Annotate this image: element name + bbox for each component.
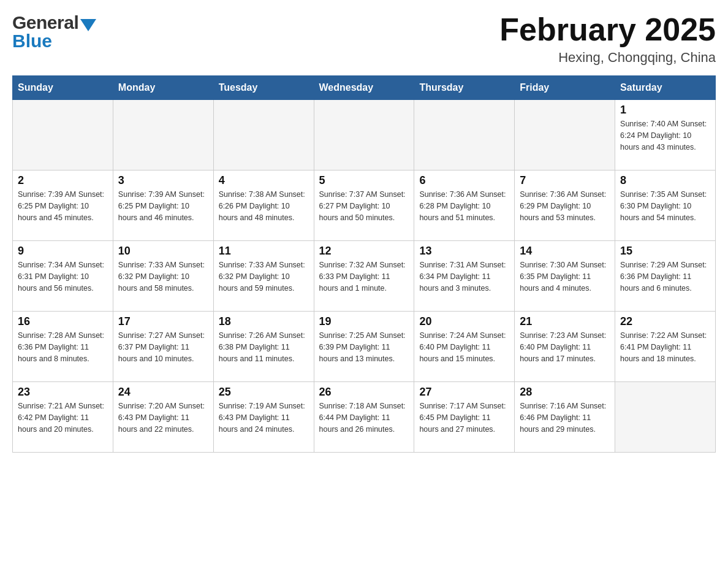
calendar-cell: 19Sunrise: 7:25 AM Sunset: 6:39 PM Dayli… (314, 312, 414, 382)
day-info: Sunrise: 7:36 AM Sunset: 6:29 PM Dayligh… (520, 189, 610, 223)
day-number: 20 (419, 315, 509, 328)
day-info: Sunrise: 7:25 AM Sunset: 6:39 PM Dayligh… (319, 330, 409, 364)
calendar-cell (213, 100, 314, 170)
day-info: Sunrise: 7:35 AM Sunset: 6:30 PM Dayligh… (620, 189, 710, 223)
day-number: 8 (620, 174, 710, 187)
logo-arrow-icon (80, 19, 96, 31)
calendar-cell: 9Sunrise: 7:34 AM Sunset: 6:31 PM Daylig… (13, 241, 113, 312)
logo: General Blue (12, 12, 96, 52)
day-number: 22 (620, 315, 710, 328)
day-info: Sunrise: 7:21 AM Sunset: 6:42 PM Dayligh… (18, 400, 108, 435)
day-number: 10 (118, 245, 208, 258)
day-number: 2 (18, 174, 108, 187)
calendar-cell: 26Sunrise: 7:18 AM Sunset: 6:44 PM Dayli… (314, 382, 414, 453)
calendar-header-monday: Monday (113, 76, 213, 100)
day-number: 3 (118, 174, 208, 187)
calendar-cell: 1Sunrise: 7:40 AM Sunset: 6:24 PM Daylig… (615, 100, 716, 170)
calendar-cell: 4Sunrise: 7:38 AM Sunset: 6:26 PM Daylig… (213, 170, 314, 241)
day-info: Sunrise: 7:39 AM Sunset: 6:25 PM Dayligh… (118, 189, 208, 223)
calendar-cell: 21Sunrise: 7:23 AM Sunset: 6:40 PM Dayli… (515, 312, 615, 382)
calendar-header-sunday: Sunday (13, 76, 113, 100)
title-section: February 2025 Hexing, Chongqing, China (499, 12, 716, 66)
calendar-cell: 17Sunrise: 7:27 AM Sunset: 6:37 PM Dayli… (113, 312, 213, 382)
day-number: 12 (319, 245, 409, 258)
calendar-cell: 8Sunrise: 7:35 AM Sunset: 6:30 PM Daylig… (615, 170, 716, 241)
calendar-cell: 3Sunrise: 7:39 AM Sunset: 6:25 PM Daylig… (113, 170, 213, 241)
day-number: 16 (18, 315, 108, 328)
calendar-cell: 24Sunrise: 7:20 AM Sunset: 6:43 PM Dayli… (113, 382, 213, 453)
day-number: 5 (319, 174, 409, 187)
calendar-cell (13, 100, 113, 170)
day-number: 21 (520, 315, 610, 328)
calendar-title: February 2025 (499, 12, 716, 47)
calendar-header-tuesday: Tuesday (213, 76, 314, 100)
logo-blue-text: Blue (12, 31, 96, 52)
day-number: 1 (620, 104, 710, 117)
day-info: Sunrise: 7:16 AM Sunset: 6:46 PM Dayligh… (520, 400, 610, 435)
day-info: Sunrise: 7:30 AM Sunset: 6:35 PM Dayligh… (520, 259, 610, 294)
day-number: 14 (520, 245, 610, 258)
day-number: 23 (18, 386, 108, 399)
calendar-cell (515, 100, 615, 170)
day-number: 7 (520, 174, 610, 187)
day-number: 28 (520, 386, 610, 399)
calendar-week-row: 23Sunrise: 7:21 AM Sunset: 6:42 PM Dayli… (13, 382, 716, 453)
calendar-cell: 16Sunrise: 7:28 AM Sunset: 6:36 PM Dayli… (13, 312, 113, 382)
day-info: Sunrise: 7:36 AM Sunset: 6:28 PM Dayligh… (419, 189, 509, 223)
day-info: Sunrise: 7:18 AM Sunset: 6:44 PM Dayligh… (319, 400, 409, 435)
day-info: Sunrise: 7:32 AM Sunset: 6:33 PM Dayligh… (319, 259, 409, 294)
day-number: 17 (118, 315, 208, 328)
day-number: 13 (419, 245, 509, 258)
calendar-cell: 20Sunrise: 7:24 AM Sunset: 6:40 PM Dayli… (414, 312, 515, 382)
day-info: Sunrise: 7:34 AM Sunset: 6:31 PM Dayligh… (18, 259, 108, 294)
day-number: 19 (319, 315, 409, 328)
calendar-header-wednesday: Wednesday (314, 76, 414, 100)
calendar-cell: 6Sunrise: 7:36 AM Sunset: 6:28 PM Daylig… (414, 170, 515, 241)
calendar-header-saturday: Saturday (615, 76, 716, 100)
day-number: 27 (419, 386, 509, 399)
calendar-cell: 25Sunrise: 7:19 AM Sunset: 6:43 PM Dayli… (213, 382, 314, 453)
day-number: 25 (219, 386, 309, 399)
calendar-week-row: 1Sunrise: 7:40 AM Sunset: 6:24 PM Daylig… (13, 100, 716, 170)
calendar-cell: 2Sunrise: 7:39 AM Sunset: 6:25 PM Daylig… (13, 170, 113, 241)
day-info: Sunrise: 7:24 AM Sunset: 6:40 PM Dayligh… (419, 330, 509, 364)
calendar-cell: 5Sunrise: 7:37 AM Sunset: 6:27 PM Daylig… (314, 170, 414, 241)
calendar-header-thursday: Thursday (414, 76, 515, 100)
day-number: 11 (219, 245, 309, 258)
day-info: Sunrise: 7:33 AM Sunset: 6:32 PM Dayligh… (118, 259, 208, 294)
calendar-cell (314, 100, 414, 170)
day-info: Sunrise: 7:40 AM Sunset: 6:24 PM Dayligh… (620, 118, 710, 153)
calendar-table: SundayMondayTuesdayWednesdayThursdayFrid… (12, 75, 716, 453)
calendar-cell (414, 100, 515, 170)
day-number: 24 (118, 386, 208, 399)
calendar-cell: 18Sunrise: 7:26 AM Sunset: 6:38 PM Dayli… (213, 312, 314, 382)
day-info: Sunrise: 7:20 AM Sunset: 6:43 PM Dayligh… (118, 400, 208, 435)
logo-general-text: General (12, 12, 78, 33)
calendar-cell (615, 382, 716, 453)
calendar-cell: 28Sunrise: 7:16 AM Sunset: 6:46 PM Dayli… (515, 382, 615, 453)
day-info: Sunrise: 7:31 AM Sunset: 6:34 PM Dayligh… (419, 259, 509, 294)
day-info: Sunrise: 7:39 AM Sunset: 6:25 PM Dayligh… (18, 189, 108, 223)
calendar-subtitle: Hexing, Chongqing, China (499, 50, 716, 66)
calendar-cell: 22Sunrise: 7:22 AM Sunset: 6:41 PM Dayli… (615, 312, 716, 382)
day-info: Sunrise: 7:33 AM Sunset: 6:32 PM Dayligh… (219, 259, 309, 294)
day-number: 18 (219, 315, 309, 328)
calendar-cell: 15Sunrise: 7:29 AM Sunset: 6:36 PM Dayli… (615, 241, 716, 312)
day-info: Sunrise: 7:22 AM Sunset: 6:41 PM Dayligh… (620, 330, 710, 364)
day-number: 9 (18, 245, 108, 258)
day-info: Sunrise: 7:28 AM Sunset: 6:36 PM Dayligh… (18, 330, 108, 364)
day-number: 4 (219, 174, 309, 187)
day-info: Sunrise: 7:26 AM Sunset: 6:38 PM Dayligh… (219, 330, 309, 364)
calendar-cell (113, 100, 213, 170)
day-info: Sunrise: 7:29 AM Sunset: 6:36 PM Dayligh… (620, 259, 710, 294)
calendar-cell: 10Sunrise: 7:33 AM Sunset: 6:32 PM Dayli… (113, 241, 213, 312)
calendar-cell: 12Sunrise: 7:32 AM Sunset: 6:33 PM Dayli… (314, 241, 414, 312)
calendar-cell: 7Sunrise: 7:36 AM Sunset: 6:29 PM Daylig… (515, 170, 615, 241)
day-info: Sunrise: 7:17 AM Sunset: 6:45 PM Dayligh… (419, 400, 509, 435)
day-number: 15 (620, 245, 710, 258)
calendar-header-friday: Friday (515, 76, 615, 100)
calendar-cell: 13Sunrise: 7:31 AM Sunset: 6:34 PM Dayli… (414, 241, 515, 312)
day-info: Sunrise: 7:19 AM Sunset: 6:43 PM Dayligh… (219, 400, 309, 435)
calendar-cell: 27Sunrise: 7:17 AM Sunset: 6:45 PM Dayli… (414, 382, 515, 453)
day-info: Sunrise: 7:27 AM Sunset: 6:37 PM Dayligh… (118, 330, 208, 364)
